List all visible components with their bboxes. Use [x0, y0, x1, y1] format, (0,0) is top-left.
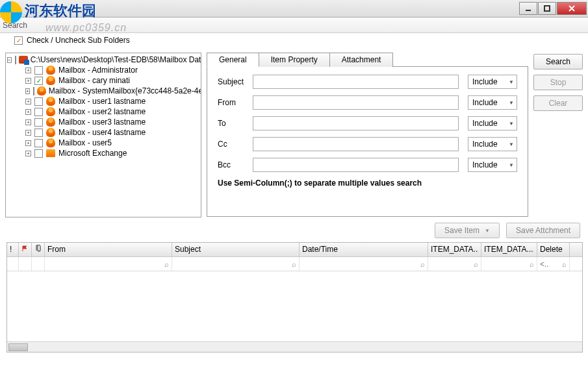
tree-item-label: Microsoft Exchange [57, 149, 127, 158]
save-attachment-button[interactable]: Save Attchment [506, 223, 580, 238]
tree-checkbox[interactable] [34, 118, 43, 127]
column-header[interactable]: Date/Time [300, 243, 428, 256]
column-filter[interactable]: ⌕ [300, 257, 428, 271]
tree-item[interactable]: +Mailbox - user4 lastname [6, 127, 201, 138]
collapse-icon[interactable]: − [7, 57, 12, 63]
tree-root[interactable]: − C:\Users\news\Desktop\Test-EDB\58\Mail… [6, 55, 201, 65]
tree-checkbox[interactable] [34, 129, 43, 137]
bcc-mode-select[interactable]: Include▼ [468, 158, 517, 172]
expand-icon[interactable]: + [25, 99, 31, 105]
minimize-button[interactable] [519, 2, 537, 15]
subfolder-check-row: ✓ Check / Uncheck Sub Folders [0, 33, 588, 47]
column-filter[interactable] [32, 257, 45, 271]
column-filter[interactable] [7, 257, 19, 271]
tab-general[interactable]: General [207, 53, 259, 67]
user-icon [45, 117, 56, 127]
tree-root-label: C:\Users\news\Desktop\Test-EDB\58\Mailbo… [29, 55, 201, 64]
expand-icon[interactable]: + [25, 78, 31, 84]
to-input[interactable] [253, 116, 459, 130]
tree-item-label: Mailbox - user4 lastname [57, 128, 146, 137]
column-header[interactable]: Delete [537, 243, 570, 256]
subject-mode-select[interactable]: Include▼ [468, 75, 517, 89]
field-label-cc: Cc [218, 140, 253, 149]
user-icon [45, 127, 56, 138]
expand-icon[interactable]: + [25, 119, 31, 125]
stop-button[interactable]: Stop [533, 75, 583, 90]
field-label-subject: Subject [218, 77, 253, 86]
cc-mode-select[interactable]: Include▼ [468, 137, 517, 151]
tree-checkbox[interactable] [34, 139, 43, 147]
tree-item[interactable]: +Mailbox - user2 lastname [6, 106, 201, 117]
column-filter[interactable]: <..⌕ [537, 257, 570, 271]
to-mode-select[interactable]: Include▼ [468, 116, 517, 130]
tree-item-label: Mailbox - user5 [57, 138, 112, 147]
clear-button[interactable]: Clear [533, 95, 583, 111]
expand-icon[interactable]: + [25, 68, 31, 73]
tree-item[interactable]: +Mailbox - user3 lastname [6, 117, 201, 127]
column-header[interactable] [19, 243, 32, 256]
expand-icon[interactable]: + [25, 88, 30, 94]
tree-item-label: Mailbox - user1 lastname [57, 97, 146, 106]
scrollbar-thumb[interactable] [8, 343, 28, 351]
tree-item-label: Mailbox - SystemMailbox{e73cc448-5a2e-4e… [47, 86, 201, 95]
tree-item[interactable]: +Mailbox - SystemMailbox{e73cc448-5a2e-4… [6, 86, 201, 96]
horizontal-scrollbar[interactable] [7, 341, 582, 352]
expand-icon[interactable]: + [25, 151, 31, 156]
column-filter[interactable]: ⌕ [481, 257, 537, 271]
column-header[interactable]: ITEM_DATA... [481, 243, 537, 256]
tab-attachment[interactable]: Attachment [329, 53, 394, 67]
search-icon[interactable]: ⌕ [164, 260, 169, 268]
column-filter[interactable]: ⌕ [172, 257, 300, 271]
chevron-down-icon: ▼ [509, 121, 514, 127]
flag-icon [21, 245, 28, 252]
tree-checkbox[interactable] [34, 149, 43, 158]
tree-item[interactable]: +Microsoft Exchange [6, 148, 201, 158]
from-input[interactable] [253, 95, 459, 110]
column-filter[interactable]: ⌕ [45, 257, 172, 271]
chevron-down-icon: ▼ [485, 228, 490, 234]
tree-item[interactable]: +✓Mailbox - cary minati [6, 75, 201, 86]
tree-checkbox[interactable] [33, 87, 34, 95]
tree-checkbox[interactable] [34, 66, 43, 75]
search-icon[interactable]: ⌕ [562, 260, 567, 268]
cc-input[interactable] [253, 137, 459, 151]
search-icon[interactable]: ⌕ [420, 260, 425, 268]
from-mode-select[interactable]: Include▼ [468, 95, 517, 110]
search-button[interactable]: Search [533, 54, 583, 69]
subject-input[interactable] [253, 75, 459, 89]
form-hint: Use Semi-Column(;) to separate multiple … [218, 179, 517, 188]
search-icon[interactable]: ⌕ [530, 260, 534, 268]
expand-icon[interactable]: + [25, 109, 31, 115]
tree-item[interactable]: +Mailbox - Administrator [6, 65, 201, 75]
tree-item[interactable]: +Mailbox - user1 lastname [6, 96, 201, 106]
subfolder-label: Check / Uncheck Sub Folders [27, 36, 130, 45]
user-icon [45, 96, 56, 106]
expand-icon[interactable]: + [25, 140, 31, 146]
column-header[interactable] [32, 243, 45, 256]
field-label-from: From [218, 98, 253, 107]
tree-root-checkbox[interactable] [15, 56, 16, 64]
bcc-input[interactable] [253, 158, 459, 172]
tree-item-label: Mailbox - user2 lastname [57, 107, 146, 116]
subfolder-checkbox[interactable]: ✓ [14, 36, 23, 45]
tree-checkbox[interactable] [34, 108, 43, 116]
maximize-button[interactable] [538, 2, 556, 15]
tree-checkbox[interactable]: ✓ [34, 77, 43, 85]
column-header[interactable]: Subject [172, 243, 300, 256]
expand-icon[interactable]: + [25, 130, 31, 136]
tab-item-property[interactable]: Item Property [259, 53, 330, 67]
close-button[interactable] [557, 2, 587, 15]
tree-checkbox[interactable] [34, 97, 43, 106]
mailbox-tree[interactable]: − C:\Users\news\Desktop\Test-EDB\58\Mail… [5, 53, 201, 217]
results-grid[interactable]: !FromSubjectDate/TimeITEM_DATA..ITEM_DAT… [6, 242, 583, 352]
column-filter[interactable] [19, 257, 32, 271]
save-item-button[interactable]: Save Item ▼ [435, 223, 500, 238]
column-header[interactable]: ITEM_DATA.. [428, 243, 481, 256]
search-icon[interactable]: ⌕ [292, 260, 296, 268]
search-icon[interactable]: ⌕ [474, 260, 478, 268]
column-filter[interactable]: ⌕ [428, 257, 481, 271]
column-header[interactable]: From [45, 243, 172, 256]
field-label-to: To [218, 119, 253, 128]
column-header[interactable]: ! [7, 243, 19, 256]
tree-item[interactable]: +Mailbox - user5 [6, 138, 201, 148]
